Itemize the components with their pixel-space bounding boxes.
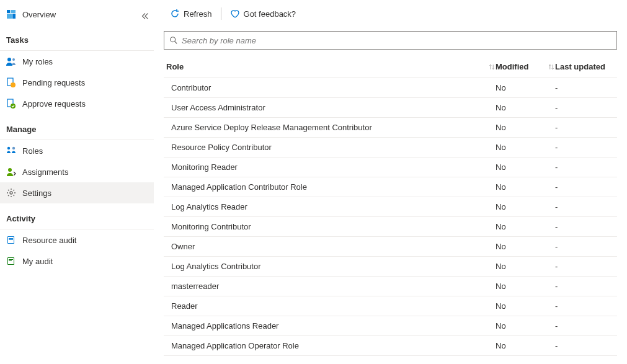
cell-last-updated: - <box>555 262 617 271</box>
table-row[interactable]: ContributorNo- <box>164 78 617 98</box>
nav-section-header: Tasks <box>0 30 154 51</box>
sidebar-item-label: Resource audit <box>22 236 148 245</box>
cell-role: Reader <box>164 301 496 311</box>
collapse-sidebar-button[interactable] <box>141 12 149 20</box>
table-row[interactable]: Log Analytics ContributorNo- <box>164 257 617 277</box>
svg-point-9 <box>11 104 16 109</box>
main-content: Refresh Got feedback? Role Modified <box>154 0 627 364</box>
cell-last-updated: - <box>555 301 617 311</box>
feedback-button[interactable]: Got feedback? <box>224 6 303 21</box>
svg-rect-1 <box>11 10 16 13</box>
table-row[interactable]: Managed Applications ReaderNo- <box>164 316 617 336</box>
svg-point-11 <box>12 147 15 149</box>
table-row[interactable]: Monitoring ContributorNo- <box>164 217 617 237</box>
overview-grid-icon <box>6 9 16 19</box>
sidebar-item-my-audit[interactable]: My audit <box>0 251 154 272</box>
table-row[interactable]: masterreaderNo- <box>164 277 617 296</box>
cell-role: Azure Service Deploy Release Management … <box>164 123 496 132</box>
doc-pending-icon <box>6 78 16 87</box>
cell-modified: No <box>496 262 555 271</box>
sidebar-item-label: Roles <box>22 146 148 156</box>
cell-modified: No <box>496 123 555 132</box>
table-row[interactable]: Managed Application Operator RoleNo- <box>164 336 617 356</box>
sidebar-item-label: Pending requests <box>22 78 148 87</box>
user-roles-icon <box>6 56 16 66</box>
sidebar-item-settings[interactable]: Settings <box>0 182 154 203</box>
sidebar-item-overview[interactable]: Overview <box>0 4 154 25</box>
cell-last-updated: - <box>555 282 617 291</box>
cell-modified: No <box>496 182 555 192</box>
sidebar-item-label: My audit <box>22 257 148 266</box>
sort-icon <box>488 63 496 71</box>
table-row[interactable]: Resource Policy ContributorNo- <box>164 138 617 158</box>
sidebar-item-assignments[interactable]: Assignments <box>0 161 154 182</box>
cell-role: masterreader <box>164 282 496 291</box>
cell-modified: No <box>496 341 555 350</box>
sidebar-item-my-roles[interactable]: My roles <box>0 51 154 72</box>
cell-modified: No <box>496 321 555 331</box>
svg-rect-20 <box>9 259 13 260</box>
table-row[interactable]: Log Analytics ReaderNo- <box>164 197 617 217</box>
gear-icon <box>6 188 16 198</box>
cell-role: Log Analytics Contributor <box>164 262 496 271</box>
cell-last-updated: - <box>555 162 617 172</box>
column-header-modified-label: Modified <box>496 62 528 71</box>
sidebar-item-roles[interactable]: Roles <box>0 140 154 161</box>
table-row[interactable]: Monitoring ReaderNo- <box>164 158 617 177</box>
column-header-role-label: Role <box>166 62 184 71</box>
cell-role: Managed Application Contributor Role <box>164 182 496 192</box>
table-row[interactable]: Managed Application Contributor RoleNo- <box>164 177 617 197</box>
cell-last-updated: - <box>555 202 617 211</box>
toolbar: Refresh Got feedback? <box>164 0 617 27</box>
cell-last-updated: - <box>555 242 617 251</box>
cell-last-updated: - <box>555 182 617 192</box>
search-icon <box>169 36 178 45</box>
table-row[interactable]: ReaderNo- <box>164 296 617 316</box>
sidebar-item-resource-audit[interactable]: Resource audit <box>0 229 154 251</box>
cell-role: User Access Administrator <box>164 103 496 112</box>
cell-last-updated: - <box>555 222 617 231</box>
column-header-role[interactable]: Role <box>164 62 496 71</box>
sidebar-item-label: Overview <box>22 10 148 19</box>
cell-last-updated: - <box>555 103 617 112</box>
svg-rect-17 <box>9 239 13 240</box>
svg-rect-21 <box>9 260 12 261</box>
sidebar-item-approve-requests[interactable]: Approve requests <box>0 93 154 114</box>
cell-modified: No <box>496 103 555 112</box>
svg-point-22 <box>171 37 176 42</box>
chevron-double-left-icon <box>141 12 149 20</box>
cell-role: Owner <box>164 242 496 251</box>
sidebar-item-label: My roles <box>22 57 148 66</box>
search-input[interactable] <box>182 36 611 45</box>
svg-point-10 <box>7 147 10 149</box>
svg-point-13 <box>10 192 12 194</box>
refresh-button[interactable]: Refresh <box>164 6 218 21</box>
table-row[interactable]: OwnerNo- <box>164 237 617 257</box>
cell-last-updated: - <box>555 341 617 350</box>
column-header-last-updated[interactable]: Last updated <box>555 62 617 71</box>
cell-role: Managed Applications Reader <box>164 321 496 331</box>
column-header-last-updated-label: Last updated <box>555 62 605 71</box>
table-row[interactable]: Azure Service Deploy Release Management … <box>164 118 617 138</box>
column-header-modified[interactable]: Modified <box>496 62 555 71</box>
sidebar-item-label: Assignments <box>22 167 148 177</box>
svg-rect-16 <box>9 238 13 239</box>
svg-rect-3 <box>12 14 16 19</box>
svg-point-5 <box>12 58 15 61</box>
sidebar: OverviewTasksMy rolesPending requestsApp… <box>0 0 154 364</box>
svg-point-7 <box>11 82 16 87</box>
sort-icon <box>548 63 555 71</box>
sidebar-item-pending-requests[interactable]: Pending requests <box>0 72 154 93</box>
search-box[interactable] <box>164 31 617 50</box>
cell-modified: No <box>496 301 555 311</box>
svg-point-12 <box>8 168 12 172</box>
svg-point-4 <box>7 58 11 61</box>
cell-role: Log Analytics Reader <box>164 202 496 211</box>
book-icon <box>6 235 16 245</box>
cell-last-updated: - <box>555 83 617 92</box>
cell-modified: No <box>496 143 555 152</box>
heart-icon <box>230 9 240 19</box>
refresh-icon <box>170 9 180 19</box>
table-row[interactable]: User Access AdministratorNo- <box>164 98 617 118</box>
roles-icon <box>6 146 16 156</box>
